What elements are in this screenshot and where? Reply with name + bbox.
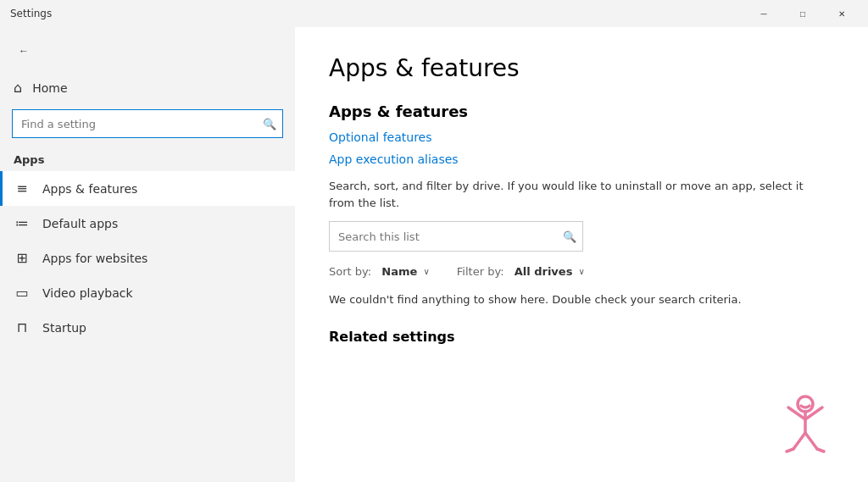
search-list-input[interactable] [329, 221, 583, 252]
title-bar: Settings ─ □ ✕ [0, 0, 868, 27]
apps-websites-icon: ⊞ [14, 250, 31, 266]
video-playback-icon: ▭ [14, 285, 31, 301]
back-icon: ← [19, 45, 29, 57]
apps-features-icon: ≡ [14, 180, 31, 197]
sidebar-item-home[interactable]: ⌂ Home [0, 71, 295, 104]
filter-chevron-icon: ∨ [576, 267, 585, 276]
sort-by-control[interactable]: Sort by: Name ∨ [329, 265, 430, 278]
apps-websites-label: Apps for websites [42, 252, 147, 265]
default-apps-label: Default apps [42, 217, 118, 230]
find-setting-input[interactable] [12, 109, 283, 138]
decorative-figure [763, 394, 848, 462]
sidebar: ← ⌂ Home 🔍 Apps ≡ Apps & features ≔ Defa… [0, 27, 295, 482]
filter-space [508, 265, 511, 278]
empty-message: We couldn't find anything to show here. … [329, 291, 753, 308]
sort-by-label: Sort by: [329, 265, 371, 278]
filter-by-control[interactable]: Filter by: All drives ∨ [457, 265, 585, 278]
sidebar-item-video-playback[interactable]: ▭ Video playback [0, 275, 295, 310]
title-bar-left: Settings [10, 8, 52, 19]
back-button[interactable]: ← [10, 37, 37, 64]
search-list-wrap: 🔍 [329, 221, 583, 252]
minimize-button[interactable]: ─ [744, 0, 783, 27]
sidebar-item-apps-features[interactable]: ≡ Apps & features [0, 171, 295, 206]
startup-label: Startup [42, 321, 86, 335]
optional-features-link[interactable]: Optional features [329, 130, 834, 144]
sidebar-item-default-apps[interactable]: ≔ Default apps [0, 206, 295, 241]
related-settings-title: Related settings [329, 329, 834, 345]
search-box-wrap: 🔍 [0, 104, 295, 147]
search-box-container: 🔍 [12, 109, 283, 138]
description-text: Search, sort, and filter by drive. If yo… [329, 178, 804, 211]
apps-section-label: Apps [0, 147, 295, 171]
home-label: Home [32, 81, 67, 95]
video-playback-label: Video playback [42, 286, 133, 300]
app-execution-link[interactable]: App execution aliases [329, 152, 834, 166]
content-area: Apps & features Apps & features Optional… [295, 27, 868, 482]
sort-space [375, 265, 378, 278]
home-icon: ⌂ [14, 80, 22, 96]
close-button[interactable]: ✕ [822, 0, 861, 27]
sidebar-item-apps-websites[interactable]: ⊞ Apps for websites [0, 241, 295, 275]
sort-filter-row: Sort by: Name ∨ Filter by: All drives ∨ [329, 265, 834, 278]
settings-title: Settings [10, 8, 52, 19]
section-title: Apps & features [329, 102, 834, 120]
page-title: Apps & features [329, 54, 834, 82]
filter-value: All drives [515, 265, 573, 278]
title-bar-controls: ─ □ ✕ [744, 0, 861, 27]
default-apps-icon: ≔ [14, 215, 31, 231]
apps-features-label: Apps & features [42, 182, 137, 196]
filter-by-label: Filter by: [457, 265, 504, 278]
svg-point-0 [798, 396, 813, 412]
sort-value: Name [381, 265, 417, 278]
sidebar-item-startup[interactable]: ⊓ Startup [0, 310, 295, 345]
sort-chevron-icon: ∨ [420, 267, 430, 276]
app-body: ← ⌂ Home 🔍 Apps ≡ Apps & features ≔ Defa… [0, 27, 868, 482]
maximize-button[interactable]: □ [783, 0, 822, 27]
startup-icon: ⊓ [14, 319, 31, 335]
sidebar-nav-top: ← [0, 34, 295, 68]
